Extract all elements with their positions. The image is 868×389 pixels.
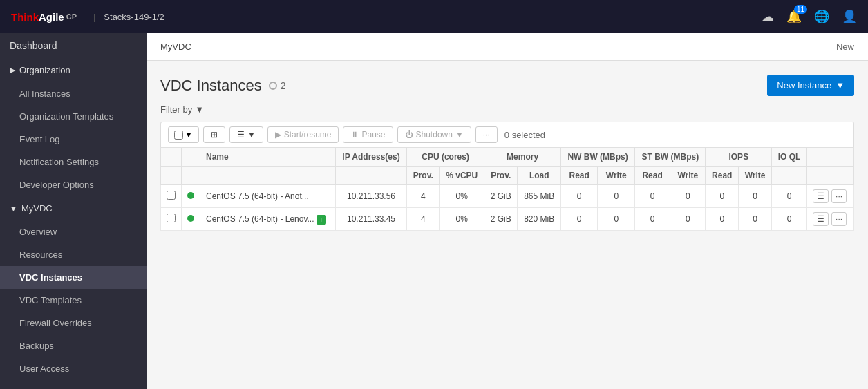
org-caret-icon: ▶ bbox=[10, 66, 15, 75]
th-sub-mem-prov: Prov. bbox=[484, 167, 518, 185]
grid-view-btn[interactable]: ⊞ bbox=[203, 126, 225, 143]
row-actions: ☰ ··· bbox=[813, 212, 848, 226]
play-icon: ▶ bbox=[275, 130, 281, 140]
shutdown-caret-icon: ▼ bbox=[455, 130, 464, 140]
row-actions-cell: ☰ ··· bbox=[807, 208, 854, 231]
th-sub-iops-read: Read bbox=[706, 167, 739, 185]
th-sub-iops-write: Write bbox=[739, 167, 772, 185]
pause-label: Pause bbox=[361, 130, 385, 140]
more-actions-button[interactable]: ··· bbox=[475, 126, 498, 143]
row-name[interactable]: CentOS 7.5 (64-bit) - Anot... bbox=[200, 185, 336, 208]
sidebar-item-all-instances[interactable]: All Instances bbox=[0, 82, 147, 105]
app-logo: ThinkAgile CP bbox=[11, 11, 77, 23]
content-header: MyVDC New bbox=[147, 33, 868, 61]
page-title-row: VDC Instances 2 New Instance ▼ bbox=[160, 75, 854, 96]
instances-table: Name IP Address(es) CPU (cores) Memory N… bbox=[160, 147, 854, 231]
shutdown-button[interactable]: ⏻ Shutdown ▼ bbox=[397, 126, 471, 143]
row-cpu-pct: 0% bbox=[440, 208, 484, 231]
logo-agile: Agile bbox=[39, 11, 64, 23]
th-sub-name bbox=[200, 167, 336, 185]
row-iops-read: 0 bbox=[706, 185, 739, 208]
sidebar-item-resources[interactable]: Resources bbox=[0, 243, 147, 266]
user-icon[interactable]: 👤 bbox=[842, 9, 857, 24]
row-more-button[interactable]: ··· bbox=[831, 212, 847, 226]
checkbox-caret-icon: ▼ bbox=[185, 130, 193, 140]
th-status bbox=[182, 148, 200, 167]
pause-button[interactable]: ⏸ Pause bbox=[343, 126, 393, 143]
row-name[interactable]: CentOS 7.5 (64-bit) - Lenov... T bbox=[200, 208, 336, 231]
row-iops-read: 0 bbox=[706, 208, 739, 231]
row-status-cell bbox=[182, 208, 200, 231]
table-row: CentOS 7.5 (64-bit) - Lenov... T 10.211.… bbox=[161, 208, 854, 231]
new-instance-caret-icon: ▼ bbox=[836, 80, 845, 91]
content-new-link[interactable]: New bbox=[836, 41, 854, 52]
upload-icon[interactable]: ☁ bbox=[762, 9, 774, 24]
notification-icon[interactable]: 🔔 11 bbox=[786, 9, 802, 24]
th-sub-cpu-prov: Prov. bbox=[407, 167, 440, 185]
row-checkbox[interactable] bbox=[167, 214, 176, 222]
logo-cp: CP bbox=[66, 12, 77, 21]
row-iops-write: 0 bbox=[739, 208, 772, 231]
th-sub-ioql bbox=[772, 167, 807, 185]
topbar-divider: | bbox=[93, 12, 95, 22]
template-icon: T bbox=[317, 215, 326, 225]
globe-icon[interactable]: 🌐 bbox=[814, 9, 829, 24]
row-mem-load: 865 MiB bbox=[518, 185, 561, 208]
row-nw-read: 0 bbox=[561, 185, 598, 208]
sidebar-item-dashboard[interactable]: Dashboard bbox=[0, 33, 147, 58]
start-resume-button[interactable]: ▶ Start/resume bbox=[267, 126, 339, 143]
page-title-text: VDC Instances bbox=[160, 77, 262, 95]
sidebar-item-backups[interactable]: Backups bbox=[0, 334, 147, 357]
sidebar-item-user-access[interactable]: User Access bbox=[0, 357, 147, 380]
new-instance-label: New Instance bbox=[777, 80, 831, 91]
list-icon: ☰ bbox=[237, 130, 245, 140]
shutdown-label: Shutdown bbox=[416, 130, 453, 140]
th-sub-checkbox bbox=[161, 167, 182, 185]
instance-count: 2 bbox=[281, 80, 286, 91]
th-sub-status bbox=[182, 167, 200, 185]
row-st-write: 0 bbox=[670, 208, 706, 231]
row-mem-prov: 2 GiB bbox=[484, 208, 518, 231]
status-dot-icon bbox=[187, 215, 194, 222]
sidebar-item-vdc-templates[interactable]: VDC Templates bbox=[0, 289, 147, 312]
org-section-label: Organization bbox=[19, 65, 70, 75]
select-all-checkbox-btn[interactable]: ▼ bbox=[168, 126, 199, 143]
sidebar-item-vdc-instances[interactable]: VDC Instances bbox=[0, 266, 147, 289]
row-st-read: 0 bbox=[635, 208, 670, 231]
filter-bar: Filter by ▼ bbox=[160, 104, 854, 115]
selected-count: 0 selected bbox=[504, 130, 545, 140]
instance-count-badge: 2 bbox=[269, 80, 286, 91]
main-content: MyVDC New VDC Instances 2 New Instance ▼ bbox=[147, 33, 868, 389]
row-details-button[interactable]: ☰ bbox=[813, 212, 829, 226]
filter-by-button[interactable]: Filter by ▼ bbox=[160, 104, 204, 115]
row-checkbox-cell bbox=[161, 185, 182, 208]
notification-badge: 11 bbox=[794, 5, 807, 14]
table-row: CentOS 7.5 (64-bit) - Anot... 10.211.33.… bbox=[161, 185, 854, 208]
sidebar-section-myvdc[interactable]: ▼ MyVDC bbox=[0, 196, 147, 220]
sidebar-item-developer-options[interactable]: Developer Options bbox=[0, 173, 147, 196]
row-details-button[interactable]: ☰ bbox=[813, 189, 829, 203]
sidebar-item-org-templates[interactable]: Organization Templates bbox=[0, 105, 147, 128]
row-checkbox-cell bbox=[161, 208, 182, 231]
sidebar-item-firewall-overrides[interactable]: Firewall Overrides bbox=[0, 312, 147, 334]
list-caret-icon: ▼ bbox=[247, 130, 256, 140]
new-instance-button[interactable]: New Instance ▼ bbox=[767, 75, 854, 96]
sidebar-item-event-log[interactable]: Event Log bbox=[0, 128, 147, 151]
sidebar-item-overview[interactable]: Overview bbox=[0, 220, 147, 243]
row-checkbox[interactable] bbox=[167, 191, 176, 200]
row-actions: ☰ ··· bbox=[813, 189, 848, 203]
row-more-button[interactable]: ··· bbox=[831, 189, 847, 203]
list-view-btn[interactable]: ☰ ▼ bbox=[229, 126, 263, 143]
row-nw-read: 0 bbox=[561, 208, 598, 231]
th-nw-bw-group: NW BW (MBps) bbox=[561, 148, 635, 167]
myvdc-caret-icon: ▼ bbox=[10, 205, 17, 213]
select-all-checkbox[interactable] bbox=[174, 131, 183, 140]
row-status-cell bbox=[182, 185, 200, 208]
th-sub-st-read: Read bbox=[635, 167, 670, 185]
filter-label: Filter by bbox=[160, 104, 192, 115]
start-resume-label: Start/resume bbox=[284, 130, 332, 140]
th-checkbox bbox=[161, 148, 182, 167]
row-ip: 10.211.33.56 bbox=[335, 185, 406, 208]
sidebar-section-organization[interactable]: ▶ Organization bbox=[0, 58, 147, 82]
sidebar-item-notification-settings[interactable]: Notification Settings bbox=[0, 151, 147, 173]
